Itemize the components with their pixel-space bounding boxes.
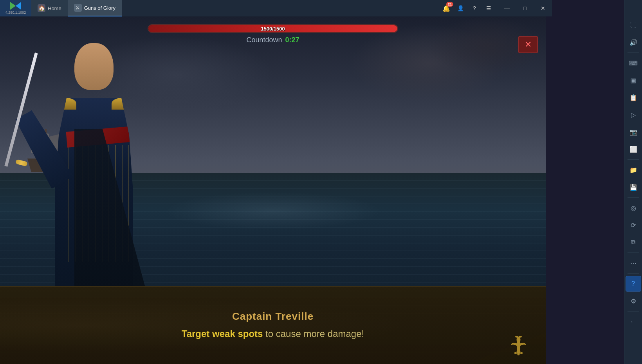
tab-home[interactable]: 🏠 Home [31,0,68,16]
char-body [51,90,137,286]
sea-highlight [164,192,382,230]
countdown-label: Countdown [246,36,282,44]
volume-icon[interactable]: 🔊 [626,34,641,50]
sidebar-divider-1 [628,52,639,53]
paste-icon[interactable]: 📋 [626,90,641,105]
tab-guns-label: Guns of Glory [84,5,115,11]
char-figure [12,31,176,286]
account-button[interactable]: 👤 [455,3,466,14]
character [0,20,188,286]
menu-button[interactable]: ☰ [483,3,494,14]
sidebar-divider-3 [628,197,639,198]
hp-text: 1500/1500 [261,26,285,32]
more-icon[interactable]: ⋯ [626,255,641,271]
back-icon[interactable]: ← [626,314,641,330]
notification-badge: 21 [446,2,453,7]
tab-home-label: Home [48,5,61,11]
dialogue-box: Captain Treville Target weak spots to ca… [0,286,546,364]
game-area[interactable]: 1500/1500 Countdown 0:27 ✕ Captain Trevi… [0,16,546,364]
camera-icon[interactable]: 📷 [626,124,641,140]
sidebar-divider-5 [628,273,639,274]
sidebar-divider-6 [628,311,639,312]
hp-bar-bg: 1500/1500 [148,24,398,33]
minimize-button[interactable]: — [498,0,516,16]
location-icon[interactable]: ◎ [626,200,641,216]
storage-icon[interactable]: 💾 [626,179,641,195]
titlebar: 4.280.1.1002 🏠 Home ⚔ Guns of Glory 🔔 21… [0,0,552,16]
keyboard-icon[interactable]: ⌨ [626,55,641,71]
question-icon[interactable]: ? [626,276,641,292]
home-icon: 🏠 [38,5,45,11]
help-button[interactable]: ? [469,3,480,14]
dialogue-emblem [507,333,530,356]
char-epaulette-right [112,98,131,110]
copy-icon[interactable]: ⧉ [626,234,641,250]
char-epaulette-left [57,98,76,110]
notification-button[interactable]: 🔔 21 [441,3,452,14]
home-tab-icon: 🏠 [38,4,45,12]
tab-guns[interactable]: ⚔ Guns of Glory [68,0,122,16]
maximize-button[interactable]: □ [516,0,534,16]
char-head [74,43,114,90]
hp-bar-container: 1500/1500 Countdown 0:27 [148,24,398,44]
countdown-row: Countdown 0:27 [246,36,299,44]
media-icon[interactable]: ▷ [626,107,641,123]
rotate-icon[interactable]: ⟳ [626,217,641,233]
dialogue-text-rest: to cause more damage! [263,328,364,339]
window-controls: — □ ✕ [498,0,552,16]
dialogue-bg-pattern [0,287,546,364]
emblem-svg [508,333,529,356]
countdown-time: 0:27 [285,36,299,44]
svg-point-3 [517,353,519,355]
game-tab-icon: ⚔ [74,4,82,12]
expand-icon[interactable]: ⛶ [626,17,641,33]
bs-logo-icon [10,2,21,10]
dialogue-text: Target weak spots to cause more damage! [20,327,526,341]
dialogue-highlight: Target weak spots [182,328,263,339]
screen-icon[interactable]: ⬜ [626,141,641,157]
titlebar-actions: 🔔 21 👤 ? ☰ [437,3,498,14]
folder-icon[interactable]: 📁 [626,162,641,178]
dialogue-character-name: Captain Treville [20,310,526,323]
sidebar-divider-2 [628,159,639,160]
bs-version: 4.280.1.1002 [5,11,26,14]
sidebar-divider-4 [628,252,639,253]
settings-icon[interactable]: ⚙ [626,293,641,309]
bluestacks-logo: 4.280.1.1002 [0,0,31,16]
record-icon[interactable]: ▣ [626,72,641,88]
close-button[interactable]: ✕ [534,0,552,16]
game-close-button[interactable]: ✕ [518,36,538,53]
right-sidebar: ⛶ 🔊 ⌨ ▣ 📋 ▷ 📷 ⬜ 📁 💾 ◎ ⟳ ⧉ ⋯ ? ⚙ ← [624,0,642,364]
